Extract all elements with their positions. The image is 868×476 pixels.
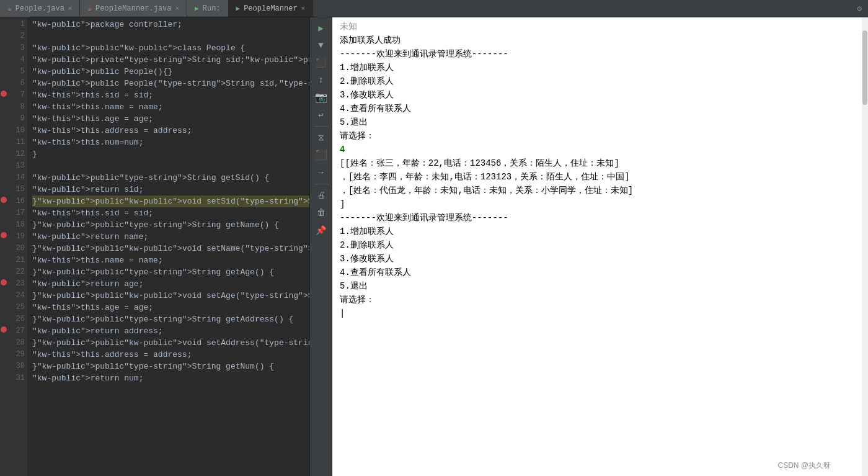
run-output-line: -------欢迎来到通讯录管理系统-------	[340, 211, 854, 225]
print-btn[interactable]: 🖨	[312, 187, 330, 204]
code-line: }	[32, 148, 309, 160]
code-line: }"kw-public">public "type-string">String…	[32, 361, 309, 372]
run-icon: ▶	[195, 4, 199, 12]
code-line: }"kw-public">public "kw-public">void set…	[32, 290, 309, 302]
java-icon: ☕	[87, 4, 92, 12]
step-out-btn[interactable]: ↩	[312, 107, 330, 123]
snapshot-btn[interactable]: 📷	[312, 89, 330, 106]
code-line: }"kw-public">public "type-string">String…	[32, 219, 309, 231]
clear-btn[interactable]: 🗑	[312, 205, 330, 221]
toolbar-separator-2	[314, 184, 329, 184]
code-line: "kw-public">public "type-string">String …	[32, 172, 309, 184]
tab-label: PeopleManner.java	[95, 4, 171, 13]
step-over-btn[interactable]: ▼	[312, 37, 330, 53]
run-panel: 未知添加联系人成功-------欢迎来到通讯录管理系统-------1.增加联系…	[332, 17, 862, 476]
run-output-line: 2.删除联系人	[340, 74, 854, 88]
run-scrollbar-thumb[interactable]	[862, 30, 867, 105]
code-content[interactable]: "kw-public">package controller;"kw-publi…	[27, 17, 309, 476]
code-line: "kw-this">this.age = age;	[32, 302, 309, 313]
run-output-line: 3.修改联系人	[340, 88, 854, 102]
run-output-line: ，[姓名：李四，年龄：未知,电话：123123，关系：陌生人，住址：中国]	[340, 170, 854, 184]
run-output-line: 3.修改联系人	[340, 252, 854, 266]
code-line: }"kw-public">public "type-string">String…	[32, 266, 309, 278]
step-into-btn[interactable]: ↕	[312, 72, 330, 88]
code-line: }"kw-public">public "type-string">String…	[32, 313, 309, 325]
pin-btn[interactable]: 📌	[312, 222, 330, 238]
code-line	[32, 160, 309, 172]
code-line: "kw-public">package controller;	[32, 19, 309, 30]
run-output-line: 请选择：	[340, 293, 854, 307]
code-line: "kw-this">this.name = name;	[32, 254, 309, 266]
code-line	[32, 30, 309, 42]
breakpoint-15	[1, 197, 7, 203]
main-area: 1234567891011121314151617181920212223242…	[0, 17, 868, 476]
run-output-line: 1.增加联系人	[340, 61, 854, 74]
run-to-cursor-btn[interactable]: ⧖	[312, 130, 330, 146]
code-line: "kw-public">public People(){}	[32, 66, 309, 78]
breakpoint-6	[1, 91, 7, 97]
tab-bar: ☕ People.java × ☕ PeopleManner.java × ▶ …	[0, 0, 868, 17]
tab-run[interactable]: ▶ Run:	[187, 0, 228, 17]
code-line: "kw-public">public "kw-public">class Peo…	[32, 42, 309, 54]
code-line: "kw-public">public People("type-string">…	[32, 78, 309, 89]
run-output-line: -------欢迎来到通讯录管理系统-------	[340, 47, 854, 61]
mute-btn[interactable]: ⬛	[312, 147, 330, 163]
code-line: "kw-public">return sid;	[32, 184, 309, 195]
java-icon: ☕	[7, 4, 12, 12]
code-panel: 1234567891011121314151617181920212223242…	[0, 17, 310, 476]
code-line: }"kw-public">public "kw-public">void set…	[32, 195, 309, 207]
tab-peoplemanner-run[interactable]: ▶ PeopleManner ×	[229, 0, 314, 17]
breakpoint-22	[1, 279, 7, 285]
tab-label: Run:	[203, 4, 221, 13]
run-output-line: 2.删除联系人	[340, 238, 854, 252]
run-panel-wrapper: 未知添加联系人成功-------欢迎来到通讯录管理系统-------1.增加联系…	[332, 17, 868, 476]
breakpoint-26	[1, 326, 7, 333]
run-output-line: 5.退出	[340, 115, 854, 129]
code-line: "kw-public">return name;	[32, 231, 309, 243]
run-output-line: [[姓名：张三，年龄：22,电话：123456，关系：陌生人，住址：未知]	[340, 156, 854, 170]
force-step-btn[interactable]: →	[312, 164, 330, 181]
code-line: "kw-public">return num;	[32, 372, 309, 384]
run-output-line: 4	[340, 143, 854, 156]
run-output-line: 未知	[340, 20, 854, 34]
run-output-line: 添加联系人成功	[340, 34, 854, 47]
code-line: }"kw-public">public "kw-public">void set…	[32, 337, 309, 349]
code-line: "kw-this">this.name = name;	[32, 101, 309, 113]
run-output-line: |	[340, 307, 854, 320]
line-numbers: 1234567891011121314151617181920212223242…	[7, 17, 27, 476]
code-line: "kw-public">return address;	[32, 325, 309, 337]
run-output-line: 1.增加联系人	[340, 225, 854, 238]
code-line: "kw-this">this.num=num;	[32, 137, 309, 148]
code-line: "kw-this">this.address = address;	[32, 349, 309, 361]
tab-close-btn[interactable]: ×	[68, 5, 73, 12]
tab-label: People.java	[16, 4, 64, 13]
run-output-line: ，[姓名：代伍龙，年龄：未知,电话：未知，关系：小学同学，住址：未知]	[340, 184, 854, 197]
code-line: "kw-this">this.sid = sid;	[32, 89, 309, 101]
tab-spacer	[313, 0, 851, 17]
run-output-line: 4.查看所有联系人	[340, 266, 854, 279]
run-output-line: 5.退出	[340, 279, 854, 293]
tab-close-btn[interactable]: ×	[175, 5, 180, 12]
code-line: }"kw-public">public "kw-public">void set…	[32, 243, 309, 254]
breakpoint-18	[1, 232, 7, 238]
watermark: CSDN @执久呀	[777, 460, 831, 471]
toolbar: ▶ ▼ ⬛ ↕ 📷 ↩ ⧖ ⬛ → 🖨 🗑 📌	[310, 17, 332, 476]
resume-btn[interactable]: ▶	[312, 20, 330, 36]
run-scrollbar[interactable]	[862, 17, 868, 476]
run-output-line: 4.查看所有联系人	[340, 102, 854, 115]
code-line: "kw-this">this.sid = sid;	[32, 207, 309, 219]
run-icon: ▶	[236, 4, 241, 12]
run-output-line: ]	[340, 197, 854, 211]
tab-peoplemanner-java[interactable]: ☕ PeopleManner.java ×	[80, 0, 187, 17]
breakpoint-area	[0, 17, 7, 476]
tab-people-java[interactable]: ☕ People.java ×	[0, 0, 80, 17]
gear-btn[interactable]: ⚙	[851, 0, 868, 17]
tab-label: PeopleManner	[244, 4, 297, 13]
toolbar-separator	[314, 126, 329, 127]
run-content[interactable]: 未知添加联系人成功-------欢迎来到通讯录管理系统-------1.增加联系…	[332, 17, 862, 476]
tab-close-btn[interactable]: ×	[301, 5, 306, 12]
code-line: "kw-this">this.age = age;	[32, 113, 309, 125]
run-output-line: 请选择：	[340, 129, 854, 143]
code-line: "kw-public">return age;	[32, 278, 309, 290]
stop-btn[interactable]: ⬛	[312, 55, 330, 71]
